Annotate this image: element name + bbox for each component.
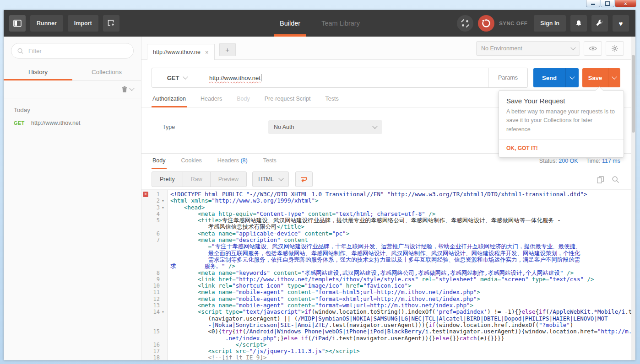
postman-app: Runner Import Builder Team Library: [4, 10, 635, 360]
settings-wrench-button[interactable]: [591, 15, 608, 32]
notifications-button[interactable]: [570, 15, 587, 32]
code-line: 孝感风信信息技术有限公司</title>: [141, 224, 631, 230]
search-icon: [17, 48, 24, 54]
eye-icon: [589, 46, 597, 51]
copy-icon[interactable]: [597, 176, 604, 183]
code-line: 3▾<head>: [141, 204, 631, 211]
interceptor-button[interactable]: [457, 15, 473, 32]
fold-icon: ▾: [160, 309, 166, 315]
window-close-button[interactable]: ×: [615, 0, 636, 7]
tab-response-body[interactable]: Body: [152, 154, 167, 169]
code-line: 14▾<script type="text/javascript">if(win…: [141, 309, 631, 315]
environment-quicklook-button[interactable]: [584, 41, 602, 56]
sidebar-tabs: History Collections: [4, 65, 141, 80]
new-window-button[interactable]: [103, 15, 119, 32]
tab-collections[interactable]: Collections: [72, 65, 141, 80]
window-maximize-button[interactable]: [601, 0, 614, 7]
save-request-popover: Save Your Request A better way to manage…: [499, 90, 624, 158]
close-tab-icon[interactable]: ×: [205, 49, 209, 56]
tab-body[interactable]: Body: [236, 92, 251, 107]
request-tab-title: http://www.ithov.ne: [153, 49, 201, 55]
popover-dismiss-button[interactable]: OK, GOT IT!: [499, 140, 624, 157]
trash-icon[interactable]: [121, 86, 128, 93]
params-button[interactable]: Params: [488, 68, 527, 87]
vertical-scrollbar[interactable]: [631, 37, 635, 360]
request-url-row: GET http://www.ithov.net Params Send: [152, 68, 620, 87]
language-select[interactable]: HTML: [252, 171, 289, 187]
view-pretty-button[interactable]: Pretty: [152, 172, 183, 187]
tab-team-library[interactable]: Team Library: [319, 10, 363, 37]
view-preview-button[interactable]: Preview: [211, 172, 246, 187]
tab-response-headers[interactable]: Headers (8): [217, 154, 249, 169]
code-line: 11<meta name="mobile-agent" content="for…: [141, 289, 631, 295]
headers-count-badge: (8): [240, 157, 247, 164]
bell-icon: [575, 20, 582, 27]
code-line: ="专注于孝感网站建设、武汉网站建设行业品牌，十年互联网开发、运营推广与设计经验…: [141, 243, 631, 250]
history-item[interactable]: GET http://www.ithov.net: [4, 113, 141, 129]
history-date-label: Today: [4, 107, 141, 113]
import-button[interactable]: Import: [68, 15, 98, 32]
add-tab-button[interactable]: +: [219, 43, 236, 56]
code-line: 13<meta name="mobile-agent" content="for…: [141, 302, 631, 309]
sidebar: History Collections Today GET http://www…: [4, 37, 141, 360]
sidebar-toggle-button[interactable]: [9, 15, 26, 32]
minimize-icon: [591, 4, 595, 5]
tab-response-cookies[interactable]: Cookies: [180, 154, 203, 169]
open-request-tab[interactable]: http://www.ithov.ne ×: [147, 44, 215, 60]
save-options-button[interactable]: [608, 68, 620, 87]
code-rows: ×1<!DOCTYPE html PUBLIC "-//W3C//DTD XHT…: [141, 191, 631, 360]
time-badge: Time: 117 ms: [586, 158, 620, 164]
response-toolbar: Pretty Raw Preview HTML: [141, 169, 631, 189]
fold-icon: ▾: [160, 198, 166, 204]
wrench-icon: [596, 20, 603, 27]
main-nav: Builder Team Library: [277, 10, 363, 37]
search-response-icon[interactable]: [612, 176, 619, 183]
tab-headers[interactable]: Headers: [200, 92, 223, 107]
headers-label: Headers: [217, 157, 239, 164]
runner-button[interactable]: Runner: [30, 15, 63, 32]
chevron-down-icon: [279, 176, 284, 181]
code-line: 8<meta name="keywords" content="孝感网站建设,武…: [141, 270, 631, 276]
sync-button[interactable]: [478, 15, 494, 32]
environment-select[interactable]: No Environment: [476, 41, 580, 56]
code-line: 12<meta name="mobile-agent" content="for…: [141, 296, 631, 302]
filter-input[interactable]: [27, 47, 128, 55]
favorites-button[interactable]: ♥: [613, 15, 629, 32]
code-line: ×1<!DOCTYPE html PUBLIC "-//W3C//DTD XHT…: [141, 191, 631, 198]
save-button[interactable]: Save: [582, 68, 608, 87]
view-raw-button[interactable]: Raw: [183, 172, 211, 187]
sign-in-button[interactable]: Sign In: [534, 15, 566, 32]
window-frame: × Runner Import Builder: [0, 0, 640, 364]
maximize-icon: [605, 1, 610, 6]
status-badge: Status: 200 OK: [539, 158, 578, 164]
method-select[interactable]: GET: [152, 68, 203, 87]
window-minimize-button[interactable]: [586, 0, 600, 7]
builder-pane: http://www.ithov.ne × + No Environment: [141, 37, 631, 360]
wrap-text-button[interactable]: [295, 171, 313, 187]
code-line: 6<meta name="applicable-device" content=…: [141, 230, 631, 237]
send-button[interactable]: Send: [533, 68, 565, 87]
url-input[interactable]: http://www.ithov.net: [203, 68, 488, 87]
auth-type-select[interactable]: No Auth: [268, 120, 382, 134]
tab-response-tests[interactable]: Tests: [262, 154, 277, 169]
method-value: GET: [167, 75, 179, 81]
settings-button[interactable]: [606, 41, 624, 56]
sidebar-filter: [11, 43, 134, 59]
heart-icon: ♥: [619, 20, 623, 27]
code-editor[interactable]: ×1<!DOCTYPE html PUBLIC "-//W3C//DTD XHT…: [141, 189, 631, 360]
tab-pre-request-script[interactable]: Pre-request Script: [264, 92, 312, 107]
sidebar-toggle-icon: [13, 20, 22, 27]
tab-tests[interactable]: Tests: [324, 92, 339, 107]
tab-builder[interactable]: Builder: [277, 10, 303, 37]
code-line: 15<0){try{if(/Android|Windows Phone|webO…: [141, 328, 631, 335]
window-titlebar: ×: [0, 0, 640, 10]
tab-history[interactable]: History: [4, 65, 72, 80]
scrollbar-thumb[interactable]: [632, 55, 635, 133]
language-value: HTML: [258, 176, 274, 182]
error-marker-icon: ×: [143, 192, 148, 197]
code-line: (navigator.userAgent) || (/MIDP|SymbianO…: [141, 316, 631, 322]
tab-authorization[interactable]: Authorization: [152, 92, 187, 107]
popover-title: Save Your Request: [499, 91, 624, 107]
trash-menu-chevron-icon[interactable]: [129, 86, 134, 91]
send-options-button[interactable]: [565, 68, 579, 87]
